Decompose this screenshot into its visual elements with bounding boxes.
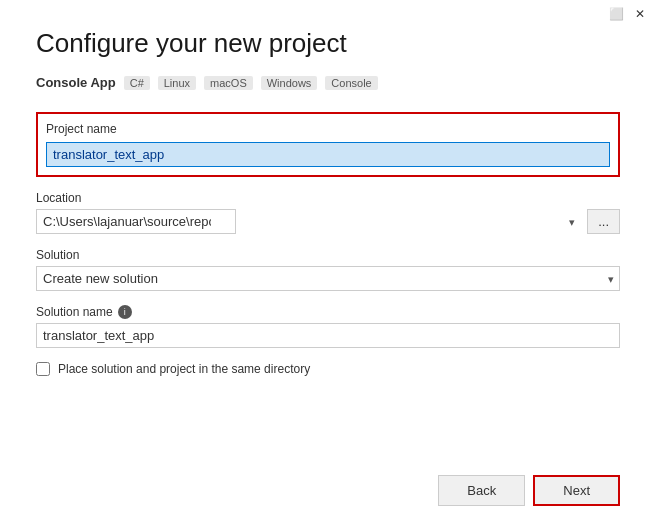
solution-select[interactable]: Create new solution Add to solution [36, 266, 620, 291]
title-bar: ⬜ ✕ [600, 0, 656, 28]
tag-csharp: C# [124, 76, 150, 90]
minimize-button[interactable]: ⬜ [608, 6, 624, 22]
close-button[interactable]: ✕ [632, 6, 648, 22]
location-row: ... [36, 209, 620, 234]
app-type-label: Console App [36, 75, 116, 90]
tag-linux: Linux [158, 76, 196, 90]
same-directory-row: Place solution and project in the same d… [36, 362, 620, 376]
location-label: Location [36, 191, 620, 205]
browse-button[interactable]: ... [587, 209, 620, 234]
tag-macos: macOS [204, 76, 253, 90]
solution-name-label-row: Solution name i [36, 305, 620, 319]
footer: Back Next [402, 463, 656, 518]
configure-project-window: ⬜ ✕ Configure your new project Console A… [0, 0, 656, 518]
solution-name-label: Solution name [36, 305, 113, 319]
location-input[interactable] [36, 209, 236, 234]
project-name-input[interactable] [46, 142, 610, 167]
main-content: Configure your new project Console App C… [0, 0, 656, 400]
subtitle-row: Console App C# Linux macOS Windows Conso… [36, 75, 620, 90]
location-select-wrapper [36, 209, 581, 234]
project-name-label: Project name [46, 122, 610, 136]
same-directory-checkbox[interactable] [36, 362, 50, 376]
solution-name-info-icon[interactable]: i [118, 305, 132, 319]
solution-label: Solution [36, 248, 620, 262]
solution-name-input[interactable] [36, 323, 620, 348]
solution-section: Solution Create new solution Add to solu… [36, 248, 620, 291]
project-name-section: Project name [36, 112, 620, 177]
solution-select-wrapper: Create new solution Add to solution [36, 266, 620, 291]
same-directory-label: Place solution and project in the same d… [58, 362, 310, 376]
location-section: Location ... [36, 191, 620, 234]
tag-console: Console [325, 76, 377, 90]
tag-windows: Windows [261, 76, 318, 90]
back-button[interactable]: Back [438, 475, 525, 506]
solution-name-section: Solution name i [36, 305, 620, 348]
page-title: Configure your new project [36, 28, 620, 59]
next-button[interactable]: Next [533, 475, 620, 506]
